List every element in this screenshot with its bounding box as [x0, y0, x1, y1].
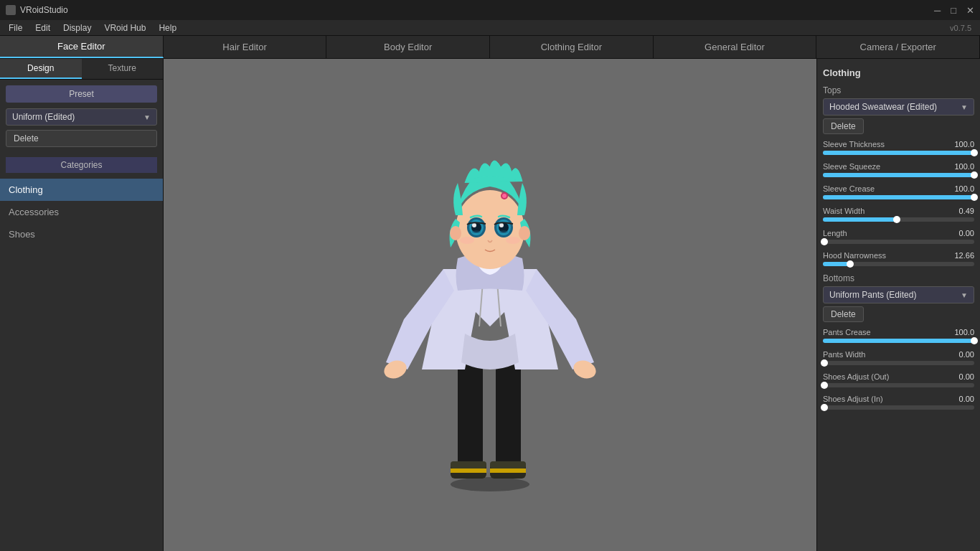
tab-body-editor[interactable]: Body Editor — [326, 36, 490, 58]
tab-general-editor[interactable]: General Editor — [654, 36, 817, 58]
length-value: 0.00 — [959, 229, 974, 237]
svg-rect-2 — [458, 359, 483, 470]
waist-width-thumb — [893, 216, 900, 223]
preset-value: Uniform (Edited) — [12, 112, 75, 122]
titlebar-controls: ─ □ ✕ — [934, 5, 974, 16]
length-label: Length — [823, 229, 847, 237]
sleeve-crease-value: 100.0 — [954, 184, 974, 193]
pants-width-track[interactable] — [823, 361, 974, 365]
menu-edit[interactable]: Edit — [29, 22, 56, 34]
menu-help[interactable]: Help — [153, 22, 182, 34]
svg-rect-10 — [490, 461, 526, 468]
svg-point-24 — [472, 230, 481, 233]
pants-crease-fill — [823, 339, 974, 343]
svg-point-31 — [506, 237, 520, 244]
sidebar-tabs: Design Texture — [0, 59, 163, 80]
categories-header: Categories — [6, 157, 157, 173]
svg-rect-3 — [496, 359, 521, 470]
svg-point-32 — [450, 226, 461, 240]
menu-display[interactable]: Display — [57, 22, 97, 34]
slider-shoes-adjust-in: Shoes Adjust (In) 0.00 — [823, 395, 974, 410]
tabbar: Face Editor Hair Editor Body Editor Clot… — [0, 36, 980, 59]
minimize-button[interactable]: ─ — [934, 5, 941, 16]
sleeve-squeeze-track[interactable] — [823, 173, 974, 177]
slider-sleeve-squeeze: Sleeve Squeeze 100.0 — [823, 162, 974, 177]
svg-point-28 — [499, 223, 504, 227]
svg-point-23 — [472, 223, 476, 227]
sidebar-tab-design[interactable]: Design — [0, 59, 82, 79]
character-area — [164, 59, 816, 551]
svg-point-19 — [502, 194, 507, 198]
waist-width-label: Waist Width — [823, 207, 864, 215]
shoes-adjust-in-track[interactable] — [823, 405, 974, 410]
length-track[interactable] — [823, 240, 974, 244]
tops-delete-button[interactable]: Delete — [823, 118, 864, 134]
version-label: v0.7.5 — [950, 24, 977, 32]
viewport[interactable] — [164, 59, 816, 551]
titlebar-left: VRoidStudio — [6, 5, 68, 15]
category-clothing[interactable]: Clothing — [0, 179, 163, 201]
sleeve-crease-label: Sleeve Crease — [823, 184, 875, 193]
menubar: File Edit Display VRoid Hub Help v0.7.5 — [0, 20, 980, 36]
bottoms-delete-button[interactable]: Delete — [823, 306, 864, 322]
svg-point-30 — [460, 237, 474, 244]
app-name: VRoidStudio — [20, 5, 68, 15]
slider-length: Length 0.00 — [823, 229, 974, 244]
bottoms-preset-value: Uniform Pants (Edited) — [829, 290, 916, 300]
slider-waist-width: Waist Width 0.49 — [823, 207, 974, 222]
category-accessories[interactable]: Accessories — [0, 201, 163, 223]
bottoms-preset-dropdown[interactable]: Uniform Pants (Edited) — [823, 286, 974, 303]
bottoms-label: Bottoms — [823, 273, 974, 283]
sleeve-thickness-label: Sleeve Thickness — [823, 140, 885, 149]
close-button[interactable]: ✕ — [966, 5, 974, 16]
pants-crease-value: 100.0 — [954, 328, 974, 336]
tops-label: Tops — [823, 85, 974, 95]
menu-vroid-hub[interactable]: VRoid Hub — [98, 22, 151, 34]
svg-point-33 — [519, 226, 530, 240]
sleeve-squeeze-fill — [823, 173, 974, 177]
tab-hair-editor[interactable]: Hair Editor — [164, 36, 327, 58]
waist-width-fill — [823, 217, 897, 222]
preset-dropdown[interactable]: Uniform (Edited) — [6, 108, 157, 126]
tops-preset-value: Hooded Sweatwear (Edited) — [829, 102, 937, 112]
svg-rect-11 — [490, 468, 526, 473]
slider-pants-width: Pants Width 0.00 — [823, 350, 974, 365]
sleeve-thickness-track[interactable] — [823, 151, 974, 155]
titlebar: VRoidStudio ─ □ ✕ — [0, 0, 980, 20]
sidebar-delete-button[interactable]: Delete — [6, 130, 157, 147]
sidebar: Design Texture Preset Uniform (Edited) D… — [0, 59, 164, 551]
sidebar-tab-texture[interactable]: Texture — [82, 59, 164, 79]
sleeve-squeeze-thumb — [971, 171, 978, 179]
tops-preset-dropdown[interactable]: Hooded Sweatwear (Edited) — [823, 98, 974, 116]
pants-crease-label: Pants Crease — [823, 328, 871, 336]
menu-file[interactable]: File — [3, 22, 28, 34]
waist-width-value: 0.49 — [959, 207, 974, 215]
svg-point-1 — [451, 477, 529, 491]
pants-width-thumb — [821, 359, 828, 367]
tab-clothing-editor[interactable]: Clothing Editor — [490, 36, 654, 58]
sleeve-thickness-thumb — [971, 149, 978, 156]
pants-crease-track[interactable] — [823, 339, 974, 343]
pants-width-value: 0.00 — [959, 350, 974, 359]
slider-sleeve-crease: Sleeve Crease 100.0 — [823, 184, 974, 199]
sleeve-thickness-value: 100.0 — [954, 140, 974, 149]
hood-narrowness-value: 12.66 — [954, 251, 974, 260]
shoes-adjust-out-value: 0.00 — [959, 372, 974, 381]
hood-narrowness-track[interactable] — [823, 262, 974, 266]
shoes-adjust-in-label: Shoes Adjust (In) — [823, 395, 883, 403]
preset-button[interactable]: Preset — [6, 85, 157, 103]
sleeve-thickness-fill — [823, 151, 974, 155]
tab-camera-exporter[interactable]: Camera / Exporter — [816, 36, 980, 58]
hood-narrowness-label: Hood Narrowness — [823, 251, 886, 260]
shoes-adjust-in-value: 0.00 — [959, 395, 974, 403]
sleeve-crease-track[interactable] — [823, 195, 974, 199]
maximize-button[interactable]: □ — [951, 5, 956, 16]
sleeve-crease-thumb — [971, 194, 978, 201]
shoes-adjust-out-track[interactable] — [823, 383, 974, 387]
category-shoes[interactable]: Shoes — [0, 223, 163, 245]
shoes-adjust-out-label: Shoes Adjust (Out) — [823, 372, 889, 381]
tab-face-editor[interactable]: Face Editor — [0, 36, 164, 58]
main-area: Design Texture Preset Uniform (Edited) D… — [0, 59, 980, 551]
pants-crease-thumb — [971, 337, 978, 344]
waist-width-track[interactable] — [823, 217, 974, 222]
